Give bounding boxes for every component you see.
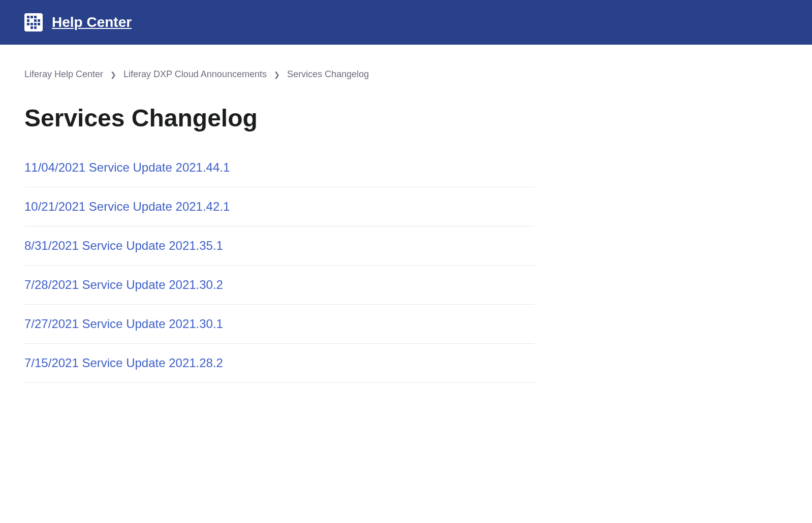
breadcrumb-link-category[interactable]: Liferay DXP Cloud Announcements [123,69,267,80]
list-item: 8/31/2021 Service Update 2021.35.1 [24,226,535,266]
svg-rect-8 [34,23,37,25]
svg-rect-3 [27,19,29,22]
site-header: Help Center [0,0,812,45]
list-item: 10/21/2021 Service Update 2021.42.1 [24,187,535,226]
article-link[interactable]: 8/31/2021 Service Update 2021.35.1 [24,239,223,252]
header-title-link[interactable]: Help Center [52,14,132,30]
article-link[interactable]: 7/15/2021 Service Update 2021.28.2 [24,356,223,370]
svg-rect-11 [34,26,37,29]
chevron-right-icon: ❯ [274,71,280,79]
svg-rect-10 [30,26,33,29]
article-link[interactable]: 7/28/2021 Service Update 2021.30.2 [24,278,223,291]
chevron-right-icon: ❯ [110,71,116,79]
svg-rect-0 [27,16,29,18]
svg-rect-4 [34,19,37,22]
svg-rect-6 [27,23,29,25]
article-list: 11/04/2021 Service Update 2021.44.1 10/2… [24,160,535,383]
article-link[interactable]: 7/27/2021 Service Update 2021.30.1 [24,317,223,331]
svg-rect-7 [30,23,33,25]
main-content: Liferay Help Center ❯ Liferay DXP Cloud … [0,45,559,407]
list-item: 11/04/2021 Service Update 2021.44.1 [24,160,535,187]
list-item: 7/27/2021 Service Update 2021.30.1 [24,305,535,344]
svg-rect-2 [34,16,37,18]
svg-rect-5 [38,19,40,22]
svg-rect-1 [30,16,33,18]
breadcrumb: Liferay Help Center ❯ Liferay DXP Cloud … [24,69,535,80]
list-item: 7/15/2021 Service Update 2021.28.2 [24,344,535,383]
brand-logo-icon[interactable] [24,13,43,31]
breadcrumb-current: Services Changelog [287,69,369,80]
article-link[interactable]: 11/04/2021 Service Update 2021.44.1 [24,160,230,174]
svg-rect-9 [38,23,40,25]
header-inner: Help Center [24,13,132,31]
page-title: Services Changelog [24,104,535,132]
list-item: 7/28/2021 Service Update 2021.30.2 [24,266,535,305]
breadcrumb-link-home[interactable]: Liferay Help Center [24,69,103,80]
article-link[interactable]: 10/21/2021 Service Update 2021.42.1 [24,200,230,213]
